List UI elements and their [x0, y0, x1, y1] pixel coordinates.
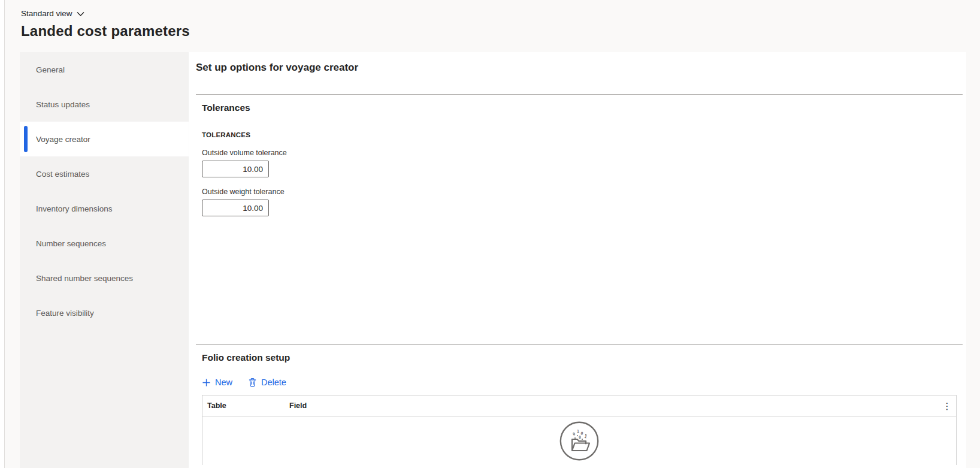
view-selector-button[interactable]: Standard view: [21, 9, 84, 18]
sidebar-item-label: Inventory dimensions: [36, 204, 113, 213]
sidebar-item-cost-estimates[interactable]: Cost estimates: [20, 156, 189, 191]
collapsed-nav-rail: [0, 0, 5, 468]
sidebar-item-general[interactable]: General: [20, 52, 189, 87]
sidebar-item-label: Shared number sequences: [36, 274, 133, 283]
grid-header-row: Table Field ⋮: [202, 395, 956, 416]
svg-text:0: 0: [579, 435, 581, 440]
panel-heading: Set up options for voyage creator: [189, 52, 966, 94]
chevron-down-icon: [77, 10, 84, 17]
empty-folder-icon: 0 1 0 1 0: [559, 421, 600, 465]
main-panel: Set up options for voyage creator Tolera…: [189, 52, 966, 468]
content-layout: General Status updates Voyage creator Co…: [20, 52, 966, 468]
new-button[interactable]: New: [202, 378, 232, 387]
svg-text:1: 1: [577, 429, 579, 434]
sidebar-item-label: Feature visibility: [36, 309, 94, 318]
sidebar-item-voyage-creator[interactable]: Voyage creator: [20, 122, 189, 156]
field-label: Outside volume tolerance: [202, 149, 966, 157]
sidebar-item-label: Cost estimates: [36, 170, 89, 179]
tolerances-section-title: Tolerances: [202, 95, 966, 113]
sidebar-item-feature-visibility[interactable]: Feature visibility: [20, 295, 189, 330]
folio-creation-setup-section: Folio creation setup New: [189, 345, 966, 465]
delete-button[interactable]: Delete: [248, 378, 286, 387]
new-button-label: New: [215, 378, 232, 387]
folio-section-title: Folio creation setup: [202, 345, 966, 363]
outside-weight-tolerance-field: Outside weight tolerance: [202, 188, 966, 216]
grid-empty-body: 0 1 0 1 0: [202, 416, 956, 465]
sidebar-item-label: Status updates: [36, 100, 90, 109]
selected-indicator: [24, 126, 28, 152]
page-header: Standard view Landed cost parameters: [21, 8, 190, 40]
outside-volume-tolerance-field: Outside volume tolerance: [202, 149, 966, 177]
trash-icon: [248, 378, 257, 387]
tolerances-group-label: TOLERANCES: [202, 131, 966, 138]
sidebar-item-label: Voyage creator: [36, 135, 90, 144]
delete-button-label: Delete: [261, 378, 286, 387]
outside-weight-tolerance-input[interactable]: [202, 200, 269, 216]
sidebar-item-number-sequences[interactable]: Number sequences: [20, 226, 189, 261]
more-vertical-icon[interactable]: ⋮: [938, 401, 956, 410]
field-label: Outside weight tolerance: [202, 188, 966, 196]
sidebar-item-shared-number-sequences[interactable]: Shared number sequences: [20, 261, 189, 295]
page-title: Landed cost parameters: [21, 23, 190, 40]
svg-text:0: 0: [572, 431, 576, 437]
grid-toolbar: New Delete: [202, 378, 966, 387]
sidebar-item-inventory-dimensions[interactable]: Inventory dimensions: [20, 191, 189, 226]
view-selector-label: Standard view: [21, 9, 72, 18]
sidebar-item-label: General: [36, 65, 65, 74]
settings-tab-list: General Status updates Voyage creator Co…: [20, 52, 189, 468]
sidebar-item-label: Number sequences: [36, 239, 106, 248]
sidebar-item-status-updates[interactable]: Status updates: [20, 87, 189, 122]
folio-grid: Table Field ⋮ 0: [202, 395, 957, 465]
plus-icon: [202, 378, 211, 387]
tolerances-section: Tolerances TOLERANCES Outside volume tol…: [189, 95, 966, 344]
outside-volume-tolerance-input[interactable]: [202, 161, 269, 177]
column-header-table[interactable]: Table: [202, 401, 289, 410]
column-header-field[interactable]: Field: [289, 401, 938, 410]
